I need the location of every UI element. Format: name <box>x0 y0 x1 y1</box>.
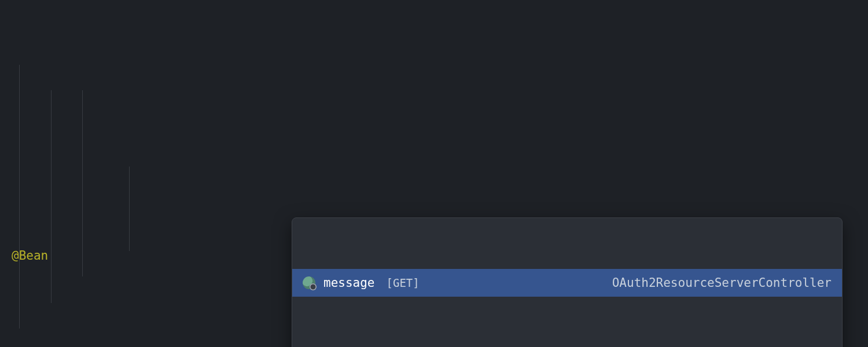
completion-http-method: [GET] <box>387 270 420 296</box>
endpoint-icon <box>303 276 315 289</box>
code-editor[interactable]: @Bean public SecurityFilterChain filterC… <box>0 0 868 347</box>
completion-popup[interactable]: message [GET] OAuth2ResourceServerContro… <box>292 217 843 347</box>
completion-item[interactable]: message [GET] OAuth2ResourceServerContro… <box>292 269 842 297</box>
completion-name: message <box>323 270 375 296</box>
annotation-bean: @Bean <box>12 249 48 263</box>
completion-origin-class: OAuth2ResourceServerController <box>612 270 832 296</box>
